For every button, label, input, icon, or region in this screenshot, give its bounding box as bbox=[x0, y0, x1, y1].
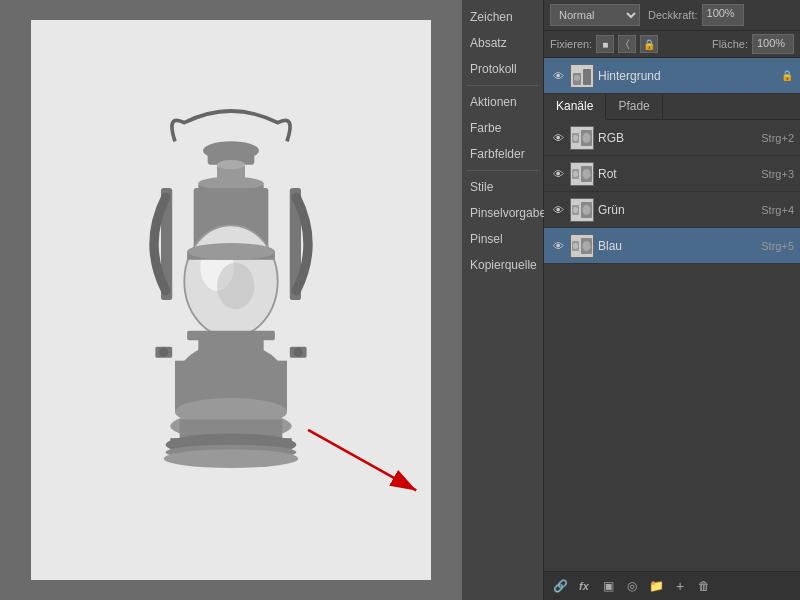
delete-btn[interactable]: 🗑 bbox=[694, 576, 714, 596]
channel-thumb-blau bbox=[570, 234, 594, 258]
opacity-value: 100% bbox=[702, 4, 744, 26]
menu-item-farbfelder[interactable]: Farbfelder bbox=[462, 141, 543, 167]
menu-item-kopierquelle[interactable]: Kopierquelle bbox=[462, 252, 543, 278]
svg-rect-38 bbox=[583, 69, 591, 85]
channel-blau[interactable]: 👁 BlauStrg+5 bbox=[544, 228, 800, 264]
blend-mode-select[interactable]: NormalAuflösenAbdunkelnMultiplizieren bbox=[550, 4, 640, 26]
tab-pfade[interactable]: Pfade bbox=[606, 94, 662, 119]
tabs-bar: KanälePfade bbox=[544, 94, 800, 120]
svg-point-3 bbox=[217, 160, 245, 169]
svg-point-32 bbox=[164, 449, 298, 468]
menu-item-farbe[interactable]: Farbe bbox=[462, 115, 543, 141]
menu-item-absatz[interactable]: Absatz bbox=[462, 30, 543, 56]
menu-item-stile[interactable]: Stile bbox=[462, 174, 543, 200]
eye-icon-gruen[interactable]: 👁 bbox=[550, 202, 566, 218]
opacity-label: Deckkraft: bbox=[648, 9, 698, 21]
channel-thumb-rgb bbox=[570, 126, 594, 150]
layers-column: NormalAuflösenAbdunkelnMultiplizieren De… bbox=[544, 0, 800, 600]
svg-point-58 bbox=[583, 241, 591, 251]
svg-point-23 bbox=[159, 348, 168, 357]
fixieren-label: Fixieren: bbox=[550, 38, 592, 50]
eye-icon-blau[interactable]: 👁 bbox=[550, 238, 566, 254]
canvas-area bbox=[0, 0, 462, 600]
bottom-toolbar: 🔗 fx ▣ ◎ 📁 + 🗑 bbox=[544, 571, 800, 600]
add-btn[interactable]: + bbox=[670, 576, 690, 596]
lock-position-btn[interactable]: 🔒 bbox=[640, 35, 658, 53]
lantern-container bbox=[41, 30, 421, 570]
folder-btn[interactable]: 📁 bbox=[646, 576, 666, 596]
eye-icon-rot[interactable]: 👁 bbox=[550, 166, 566, 182]
channel-shortcut-rgb: Strg+2 bbox=[761, 132, 794, 144]
channel-thumb-gruen bbox=[570, 198, 594, 222]
svg-point-15 bbox=[217, 263, 254, 310]
menu-item-pinsel[interactable]: Pinsel bbox=[462, 226, 543, 252]
layer-thumb-hintergrund bbox=[570, 64, 594, 88]
channel-name-rot: Rot bbox=[598, 167, 757, 181]
svg-point-41 bbox=[573, 135, 578, 141]
new-layer-btn[interactable]: ▣ bbox=[598, 576, 618, 596]
right-panel: ZeichenAbsatzProtokollAktionenFarbeFarbf… bbox=[462, 0, 800, 600]
channel-rgb[interactable]: 👁 RGBStrg+2 bbox=[544, 120, 800, 156]
canvas-document bbox=[31, 20, 431, 580]
svg-point-56 bbox=[573, 243, 578, 249]
menu-item-protokoll[interactable]: Protokoll bbox=[462, 56, 543, 82]
svg-point-53 bbox=[583, 205, 591, 215]
svg-point-51 bbox=[573, 207, 578, 213]
layer-name-hintergrund: Hintergrund bbox=[598, 69, 776, 83]
svg-point-37 bbox=[574, 75, 580, 81]
lock-pixels-btn[interactable]: ■ bbox=[596, 35, 614, 53]
menu-column: ZeichenAbsatzProtokollAktionenFarbeFarbf… bbox=[462, 0, 544, 600]
svg-point-5 bbox=[198, 177, 263, 190]
channel-shortcut-rot: Strg+3 bbox=[761, 168, 794, 180]
layer-hintergrund[interactable]: 👁 Hintergrund 🔒 bbox=[544, 58, 800, 94]
link-channels-btn[interactable]: 🔗 bbox=[550, 576, 570, 596]
flache-value: 100% bbox=[752, 34, 794, 54]
tab-kanaele[interactable]: Kanäle bbox=[544, 94, 606, 120]
second-bar: Fixieren: ■ 〈 🔒 Fläche: 100% bbox=[544, 31, 800, 58]
lock-icon-hintergrund: 🔒 bbox=[780, 69, 794, 83]
channel-name-rgb: RGB bbox=[598, 131, 757, 145]
svg-point-43 bbox=[583, 133, 591, 143]
channel-shortcut-blau: Strg+5 bbox=[761, 240, 794, 252]
menu-item-pinselvorga[interactable]: Pinselvorgabe... bbox=[462, 200, 543, 226]
svg-point-21 bbox=[294, 348, 303, 357]
eye-icon-rgb[interactable]: 👁 bbox=[550, 130, 566, 146]
channel-gruen[interactable]: 👁 GrünStrg+4 bbox=[544, 192, 800, 228]
channels-list: 👁 RGBStrg+2👁 RotStrg+3👁 GrünStrg+4👁 Blau… bbox=[544, 120, 800, 571]
menu-item-zeichen[interactable]: Zeichen bbox=[462, 4, 543, 30]
menu-item-aktionen[interactable]: Aktionen bbox=[462, 89, 543, 115]
top-bar: NormalAuflösenAbdunkelnMultiplizieren De… bbox=[544, 0, 800, 31]
svg-point-18 bbox=[187, 243, 275, 260]
channel-rot[interactable]: 👁 RotStrg+3 bbox=[544, 156, 800, 192]
right-panel-inner: ZeichenAbsatzProtokollAktionenFarbeFarbf… bbox=[462, 0, 800, 600]
channel-thumb-rot bbox=[570, 162, 594, 186]
channel-name-blau: Blau bbox=[598, 239, 757, 253]
lock-gradient-btn[interactable]: 〈 bbox=[618, 35, 636, 53]
flache-label: Fläche: bbox=[712, 38, 748, 50]
channel-shortcut-gruen: Strg+4 bbox=[761, 204, 794, 216]
svg-point-46 bbox=[573, 171, 578, 177]
eye-icon-hintergrund[interactable]: 👁 bbox=[550, 68, 566, 84]
channel-name-gruen: Grün bbox=[598, 203, 757, 217]
fx-btn[interactable]: fx bbox=[574, 576, 594, 596]
circle-btn[interactable]: ◎ bbox=[622, 576, 642, 596]
svg-point-48 bbox=[583, 169, 591, 179]
